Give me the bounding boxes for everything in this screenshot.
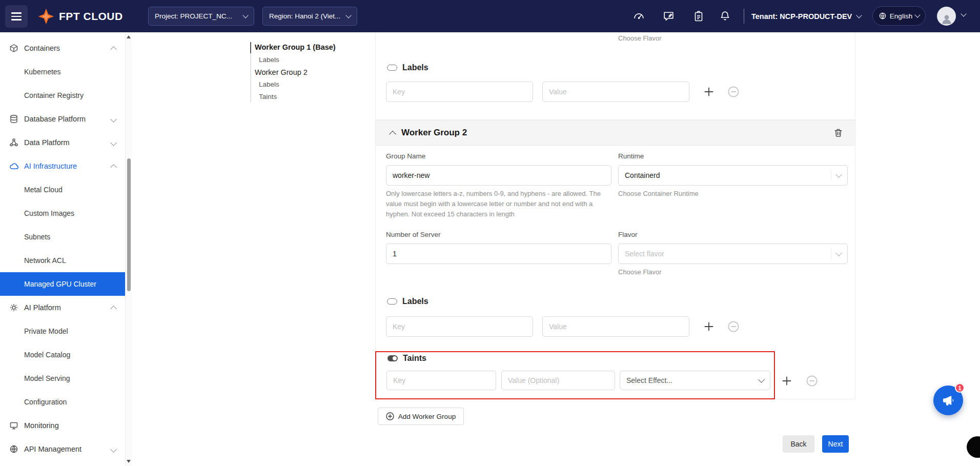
region-dropdown[interactable]: Region: Hanoi 2 (Viet... (262, 7, 357, 26)
sidebar-item-kubernetes[interactable]: Kubernetes (0, 60, 125, 84)
taint-effect-select[interactable]: Select Effect... (620, 371, 770, 390)
chevron-up-icon (110, 46, 117, 53)
collapse-chevron-icon[interactable] (389, 130, 396, 137)
chevron-down-icon (345, 12, 351, 18)
gauge-icon[interactable] (632, 9, 646, 23)
runtime-helper-text: Choose Container Runtime (618, 189, 699, 199)
sidebar-item-subnets[interactable]: Subnets (0, 225, 125, 249)
sidebar-item-ai-infrastructure[interactable]: AI Infrastructure (0, 154, 125, 178)
chevron-down-icon (242, 12, 248, 18)
announcement-fab[interactable]: 1 (933, 386, 963, 415)
worker-group-outline: Worker Group 1 (Base) Labels Worker Grou… (250, 41, 363, 105)
sidebar-scrollbar[interactable] (125, 32, 132, 466)
scrollbar-thumb[interactable] (127, 158, 131, 291)
outline-active-indicator (250, 42, 251, 53)
monitoring-icon (9, 420, 19, 431)
worker-group-1-card: Choose Flavor Labels (375, 32, 855, 120)
containers-icon (9, 43, 19, 53)
megaphone-icon (942, 394, 955, 407)
flavor-helper-text: Choose Flavor (618, 267, 662, 277)
outline-item-taints[interactable]: Taints (259, 91, 277, 103)
taints-annotation-box: Taints Select Effect... (375, 351, 775, 399)
sidebar-item-container-registry[interactable]: Container Registry (0, 84, 125, 107)
remove-taint-button[interactable] (806, 375, 818, 387)
tenant-dropdown[interactable]: Tenant: NCP-PRODUCT-DEV (751, 0, 861, 32)
number-of-server-input[interactable] (386, 244, 611, 264)
worker-group-2-title: Worker Group 2 (401, 128, 467, 138)
sidebar-item-monitoring[interactable]: Monitoring (0, 414, 125, 437)
circle-plus-icon (386, 412, 394, 420)
group-name-helper-text: Only lowercase letters a-z, numbers 0-9,… (386, 189, 618, 219)
wg2-add-label-button[interactable] (703, 319, 715, 334)
wg1-label-value-input[interactable] (542, 82, 689, 102)
ai-infrastructure-icon (9, 161, 19, 171)
worker-group-2-card: Worker Group 2 Group Name Runtime Contai… (375, 120, 855, 399)
bell-icon[interactable] (718, 9, 732, 23)
header-divider (744, 9, 744, 24)
hamburger-menu-button[interactable] (5, 5, 28, 28)
api-management-icon (9, 444, 19, 454)
scroll-down-arrow[interactable] (127, 460, 131, 463)
chevron-down-icon (914, 12, 920, 17)
wg1-remove-label-button[interactable] (728, 86, 739, 97)
taints-toggle-icon[interactable] (387, 355, 398, 361)
runtime-label: Runtime (618, 152, 644, 160)
sidebar-item-private-model[interactable]: Private Model (0, 319, 125, 343)
language-dropdown[interactable]: English (872, 6, 926, 26)
delete-worker-group-icon[interactable] (834, 128, 843, 137)
back-button[interactable]: Back (783, 435, 814, 453)
outline-item-labels-1[interactable]: Labels (259, 54, 279, 66)
flavor-helper-text: Choose Flavor (618, 33, 662, 44)
add-taint-button[interactable] (781, 374, 793, 388)
clipboard-icon[interactable] (691, 9, 705, 23)
project-dropdown[interactable]: Project: PROJECT_NC... (148, 7, 254, 26)
group-name-label: Group Name (386, 152, 425, 160)
runtime-select[interactable]: Containerd (618, 165, 848, 186)
sidebar-item-managed-gpu-cluster[interactable]: Managed GPU Cluster (0, 272, 125, 296)
wg2-label-value-input[interactable] (542, 316, 689, 337)
avatar-chevron-icon[interactable] (961, 11, 966, 16)
sidebar-item-api-management[interactable]: API Management (0, 437, 125, 461)
sidebar-item-configuration[interactable]: Configuration (0, 390, 125, 414)
sidebar-item-model-serving[interactable]: Model Serving (0, 367, 125, 390)
fpt-cloud-console: FPT CLOUD Project: PROJECT_NC... Region:… (0, 0, 980, 466)
chat-edit-icon[interactable] (662, 9, 676, 23)
wg1-label-key-input[interactable] (386, 82, 533, 102)
chevron-down-icon (110, 446, 117, 453)
outline-item-worker-group-1[interactable]: Worker Group 1 (Base) (255, 41, 336, 53)
brand-name: FPT CLOUD (59, 10, 123, 23)
sidebar-item-ai-platform[interactable]: AI Platform (0, 296, 125, 319)
wg2-label-key-input[interactable] (386, 316, 533, 337)
chevron-down-icon (758, 376, 765, 383)
sidebar-item-database-platform[interactable]: Database Platform (0, 107, 125, 131)
wg1-add-label-button[interactable] (703, 85, 715, 99)
chevron-down-icon (835, 250, 842, 256)
add-worker-group-button[interactable]: Add Worker Group (378, 408, 464, 425)
group-name-input[interactable] (386, 165, 611, 186)
outline-item-worker-group-2[interactable]: Worker Group 2 (255, 66, 308, 78)
sidebar-item-containers[interactable]: Containers (0, 36, 125, 60)
sidebar-item-model-catalog[interactable]: Model Catalog (0, 343, 125, 367)
fpt-logo-icon (38, 8, 54, 25)
database-icon (9, 114, 19, 124)
user-avatar[interactable] (937, 7, 956, 26)
taint-key-input[interactable] (386, 371, 496, 390)
wg2-remove-label-button[interactable] (728, 321, 739, 332)
sidebar-item-data-platform[interactable]: Data Platform (0, 131, 125, 154)
scroll-up-arrow[interactable] (127, 35, 131, 38)
chevron-up-icon (110, 164, 117, 171)
labels-toggle-icon[interactable] (387, 65, 397, 71)
labels-toggle-icon[interactable] (387, 298, 397, 305)
sidebar-item-custom-images[interactable]: Custom Images (0, 201, 125, 225)
notification-badge: 1 (955, 383, 965, 393)
sidebar-item-network-acl[interactable]: Network ACL (0, 249, 125, 272)
flavor-select[interactable]: Select flavor (618, 244, 848, 264)
flavor-label: Flavor (618, 231, 638, 238)
outline-item-labels-2[interactable]: Labels (259, 78, 279, 91)
globe-icon (879, 12, 887, 20)
next-button[interactable]: Next (822, 435, 849, 453)
brand-logo[interactable]: FPT CLOUD (38, 0, 123, 32)
recording-indicator-circle[interactable] (967, 436, 980, 458)
sidebar-item-metal-cloud[interactable]: Metal Cloud (0, 178, 125, 201)
taint-value-input[interactable] (501, 371, 615, 390)
